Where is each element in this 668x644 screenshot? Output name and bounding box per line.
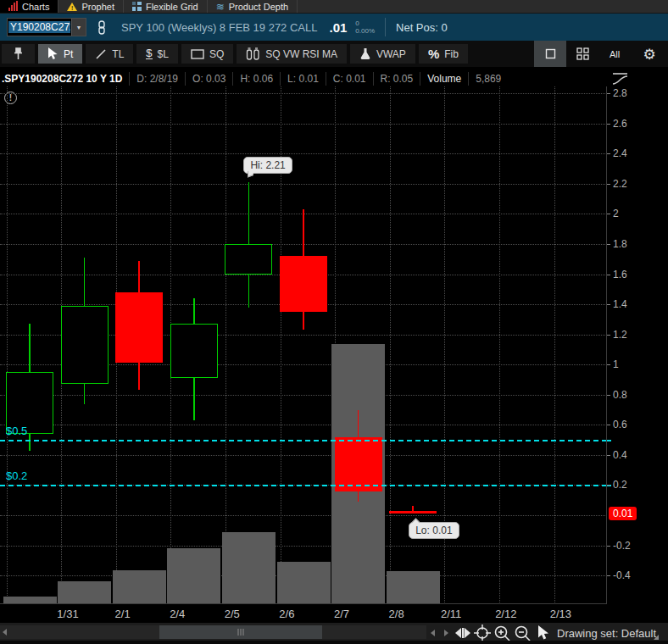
tab-product-depth[interactable]: ≋ Product Depth bbox=[208, 0, 298, 13]
y-axis-label: 0.6 bbox=[613, 419, 627, 430]
x-axis-label: 1/31 bbox=[51, 608, 85, 620]
toolbar-right-group: All ⚙ bbox=[534, 41, 668, 67]
y-axis-tick bbox=[607, 546, 610, 547]
scroll-left-icon[interactable] bbox=[3, 629, 7, 636]
price-level-label: $0.2 bbox=[6, 469, 27, 482]
time-axis[interactable]: 1/312/12/42/52/62/72/82/112/122/13 bbox=[0, 604, 607, 623]
y-axis-tick bbox=[607, 153, 610, 154]
trendline-icon bbox=[95, 48, 107, 60]
y-axis-label: 0.2 bbox=[613, 479, 627, 491]
tab-prophet[interactable]: ! Prophet bbox=[58, 0, 124, 13]
chart-pane[interactable]: ! $0.5$0.2Hi: 2.21Lo: 0.01 bbox=[0, 86, 607, 604]
tab-charts[interactable]: Charts bbox=[0, 0, 58, 13]
volume-bar bbox=[277, 562, 331, 604]
y-axis-tick bbox=[607, 124, 610, 125]
x-axis-label: 2/12 bbox=[489, 608, 523, 620]
vwap-button[interactable]: VWAP bbox=[349, 43, 416, 64]
studies-icon bbox=[246, 47, 260, 60]
drawing-toolbar: Pt TL $ $L SQ SQ VW RSI MA VWAP % Fib bbox=[0, 41, 668, 67]
drawing-set-selector[interactable]: Drawing set: Default bbox=[557, 627, 656, 640]
link-icon[interactable] bbox=[92, 18, 111, 36]
y-axis-label: 1.8 bbox=[613, 238, 627, 250]
y-axis-label: 2.8 bbox=[613, 87, 627, 99]
price-level-axis-tick bbox=[607, 440, 611, 441]
y-axis-tick bbox=[607, 335, 610, 336]
tab-label: Prophet bbox=[81, 2, 114, 12]
settings-button[interactable]: ⚙ bbox=[631, 41, 668, 67]
grid-squares-icon bbox=[132, 2, 142, 11]
waves-icon: ≋ bbox=[216, 3, 225, 11]
y-axis-label: -0.2 bbox=[613, 540, 631, 552]
percent-icon: % bbox=[428, 47, 439, 61]
fib-button[interactable]: % Fib bbox=[418, 43, 469, 64]
pointer-icon[interactable] bbox=[533, 624, 552, 642]
x-axis-label: 2/6 bbox=[270, 608, 303, 620]
grid-line-vertical bbox=[7, 86, 8, 604]
single-chart-button[interactable] bbox=[534, 41, 566, 67]
chart-scrollbar[interactable] bbox=[0, 625, 426, 639]
volume-bar bbox=[3, 597, 57, 604]
single-chart-icon bbox=[545, 48, 556, 59]
chart-symbol-label[interactable]: .SPY190208C272 10 Y 1D bbox=[0, 73, 129, 85]
tool-label: TL bbox=[112, 48, 124, 60]
fit-icon[interactable] bbox=[454, 624, 472, 642]
ohlc-info-bar: .SPY190208C272 10 Y 1D D: 2/8/19 O: 0.03… bbox=[0, 71, 607, 86]
tool-label: SQ bbox=[209, 48, 224, 60]
volume-bar bbox=[167, 548, 220, 604]
price-level-line[interactable] bbox=[0, 440, 607, 441]
tool-label: VWAP bbox=[376, 48, 406, 60]
grid-line-vertical bbox=[390, 86, 391, 604]
bottom-strip bbox=[0, 641, 668, 644]
pin-button[interactable] bbox=[1, 43, 36, 64]
change-percent: 0.00% bbox=[355, 27, 375, 35]
grid-layout-button[interactable] bbox=[566, 41, 598, 67]
volume-label[interactable]: Volume bbox=[420, 72, 468, 86]
range-field: R: 0.05 bbox=[373, 72, 420, 86]
flask-icon bbox=[359, 47, 371, 60]
grid-line-horizontal bbox=[0, 184, 607, 185]
x-axis-label: 2/4 bbox=[160, 608, 194, 620]
low-callout: Lo: 0.01 bbox=[409, 522, 459, 539]
grid-line-vertical bbox=[499, 86, 500, 604]
zoom-out-icon[interactable] bbox=[513, 624, 532, 642]
tab-label: Flexible Grid bbox=[146, 2, 198, 12]
scrollbar-thumb[interactable] bbox=[159, 625, 322, 639]
price-level-tool-button[interactable]: $ $L bbox=[136, 43, 179, 64]
pointer-tool-button[interactable]: Pt bbox=[37, 43, 83, 64]
tab-flexible-grid[interactable]: Flexible Grid bbox=[124, 0, 208, 13]
y-axis-tick bbox=[607, 395, 610, 396]
symbol-input-box[interactable]: Y190208C272 ▼ bbox=[7, 18, 86, 36]
symbol-dropdown-button[interactable]: ▼ bbox=[71, 19, 86, 36]
x-axis-label: 2/13 bbox=[543, 608, 577, 620]
dollar-line-icon: $ bbox=[146, 48, 152, 59]
crosshair-icon[interactable] bbox=[473, 624, 492, 642]
pan-right-icon[interactable] bbox=[444, 630, 448, 636]
tab-label: Product Depth bbox=[229, 2, 288, 12]
grid-line-vertical bbox=[554, 86, 555, 604]
candle-body bbox=[280, 256, 327, 312]
drawing-set-corner-icon bbox=[654, 635, 659, 640]
all-charts-button[interactable]: All bbox=[598, 41, 631, 67]
studies-button[interactable]: SQ VW RSI MA bbox=[236, 43, 348, 64]
cursor-icon bbox=[47, 47, 58, 60]
warning-triangle-icon: ! bbox=[67, 3, 77, 11]
high-field: H: 0.06 bbox=[232, 72, 280, 86]
grid-line-horizontal bbox=[0, 93, 607, 94]
price-level-line[interactable] bbox=[0, 485, 607, 486]
date-field: D: 2/8/19 bbox=[129, 72, 185, 86]
y-axis-label: 0.8 bbox=[613, 389, 627, 401]
y-axis-tick bbox=[607, 425, 610, 425]
candle-body bbox=[170, 324, 218, 378]
trendline-tool-button[interactable]: TL bbox=[85, 43, 134, 64]
pan-left-icon[interactable] bbox=[431, 630, 435, 636]
volume-value: 5,869 bbox=[468, 72, 508, 86]
rectangle-tool-button[interactable]: SQ bbox=[181, 43, 234, 64]
y-axis-tick bbox=[607, 184, 610, 185]
zoom-in-icon[interactable] bbox=[493, 624, 511, 642]
y-axis-tick bbox=[607, 275, 610, 275]
price-axis[interactable]: 2.82.62.42.221.81.61.41.210.80.60.40.2-0… bbox=[607, 71, 668, 604]
grid-line-vertical bbox=[225, 86, 226, 604]
y-axis-tick bbox=[607, 214, 610, 214]
all-label: All bbox=[610, 49, 620, 59]
grid-line-horizontal bbox=[0, 124, 607, 125]
